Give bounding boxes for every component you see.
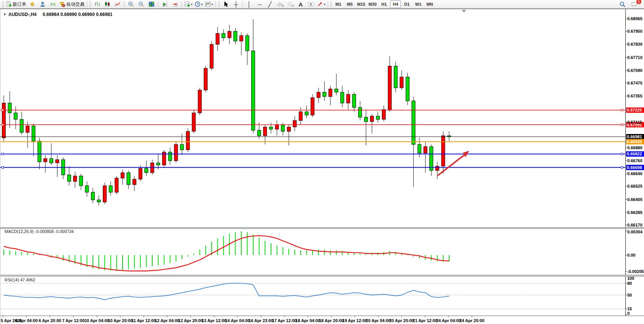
hline-handle[interactable] <box>621 166 623 168</box>
time-axis-label: 16 Apr 23:00 <box>249 318 273 323</box>
hline-handle[interactable] <box>2 153 4 155</box>
timeframe-button-m5[interactable]: M5 <box>344 0 355 8</box>
fibonacci-tool-button[interactable]: F <box>285 0 295 8</box>
time-axis-label: 10 Apr 20:00 <box>108 318 132 323</box>
timeframe-button-m15[interactable]: M15 <box>356 0 367 8</box>
main-toolbar: 新订单 自动交易 <box>0 0 644 9</box>
tile-windows-icon <box>148 1 155 7</box>
separator <box>328 1 328 8</box>
dropdown-caret-icon: ▾ <box>201 3 202 6</box>
trendline-tool-button[interactable]: ╱ <box>265 0 275 8</box>
label-tool-icon: T <box>308 1 314 7</box>
candle <box>163 150 166 168</box>
label-tool-button[interactable]: T <box>306 0 316 8</box>
periods-button[interactable]: ▾ <box>194 0 204 8</box>
candle <box>394 62 397 92</box>
signal-icon <box>50 1 56 7</box>
time-axis-label: 13 Apr 12:00 <box>202 318 226 323</box>
cursor-icon <box>223 1 229 7</box>
time-axis-label: 24 Apr 20:00 <box>459 318 484 323</box>
channel-tool-button[interactable]: E <box>275 0 285 8</box>
search-button[interactable] <box>617 0 627 8</box>
text-tool-icon: A <box>299 2 303 7</box>
text-tool-button[interactable]: A <box>296 0 306 8</box>
time-axis-label: 17 Apr 12:00 <box>272 318 297 323</box>
hline-handle[interactable] <box>621 124 623 126</box>
new-order-button[interactable]: 新订单 <box>5 0 27 8</box>
candlestick-icon <box>104 1 110 7</box>
hline-handle[interactable] <box>2 166 4 168</box>
templates-icon <box>205 1 211 7</box>
vertical-line-icon: │ <box>247 2 251 7</box>
notifications-button[interactable]: 1 <box>630 0 639 8</box>
auto-trading-button[interactable]: 自动交易 <box>58 0 85 8</box>
time-axis-label: 19 Apr 12:00 <box>342 318 367 323</box>
separator <box>158 1 158 8</box>
timeframe-button-m30[interactable]: M30 <box>367 0 378 8</box>
zoom-out-button[interactable] <box>136 0 146 8</box>
auto-scroll-button[interactable] <box>160 0 170 8</box>
gold-button[interactable] <box>27 0 37 8</box>
candle <box>311 94 314 117</box>
chart-shift-button[interactable] <box>170 0 180 8</box>
time-axis-label: 18 Apr 04:00 <box>295 318 320 323</box>
timeframe-button-w1[interactable]: W1 <box>413 0 424 8</box>
crosshair-icon: ┼ <box>234 2 238 7</box>
dropdown-caret-icon: ▾ <box>191 3 192 6</box>
chart-background <box>0 9 644 324</box>
tile-windows-button[interactable] <box>147 0 156 8</box>
timeframe-button-m1[interactable]: M1 <box>333 0 344 8</box>
svg-text:T: T <box>310 3 312 6</box>
svg-text:E: E <box>282 5 284 7</box>
horizontal-line-tool-button[interactable]: ─ <box>255 0 265 8</box>
vertical-line-tool-button[interactable]: │ <box>244 0 254 8</box>
time-axis-label: 12 Apr 04:00 <box>155 318 180 323</box>
community-button[interactable] <box>38 0 48 8</box>
timeframe-button-h4[interactable]: H4 <box>390 0 401 8</box>
toolbar-grip[interactable] <box>2 1 4 8</box>
candlestick-mode-button[interactable] <box>102 0 112 8</box>
separator <box>87 1 87 8</box>
timeframe-button-d1[interactable]: D1 <box>402 0 412 8</box>
candle <box>192 110 196 134</box>
toolbar-grip[interactable] <box>218 1 220 8</box>
rsi-axis-tick: 50 <box>627 293 632 297</box>
chart-area[interactable]: 0.672250.670910.669810.669350.668220.666… <box>0 9 644 324</box>
fibonacci-icon: F <box>287 1 294 7</box>
rsi-axis-tick: 100 <box>627 276 634 281</box>
toolbar-grip[interactable] <box>330 1 332 8</box>
price-axis-tick: 0.66760 <box>627 158 642 163</box>
equidistant-channel-icon: E <box>277 1 284 7</box>
signal-button[interactable] <box>48 0 58 8</box>
templates-button[interactable]: ▾ <box>204 0 214 8</box>
indicators-icon <box>184 1 190 7</box>
price-axis-tick: 0.66405 <box>627 197 642 202</box>
toolbar-grip[interactable] <box>89 1 91 8</box>
new-order-label: 新订单 <box>13 1 26 8</box>
community-icon <box>40 1 46 7</box>
price-axis-tick: 0.66170 <box>627 223 642 227</box>
bar-chart-icon <box>94 1 100 7</box>
arrows-tool-button[interactable]: ▾ <box>316 0 326 8</box>
time-axis-label: 18 Apr 20:00 <box>319 318 344 323</box>
zoom-in-button[interactable] <box>126 0 136 8</box>
price-axis-tick: 0.66525 <box>627 184 642 188</box>
macd-axis-tick: 0.00304 <box>627 230 643 234</box>
symbol-collapse-icon[interactable]: ▼ <box>3 13 6 16</box>
price-axis-tick: 0.67950 <box>627 29 642 34</box>
indicators-button[interactable]: ▾ <box>183 0 193 8</box>
crosshair-tool-button[interactable]: ┼ <box>231 0 241 8</box>
dropdown-caret-icon: ▾ <box>324 3 325 6</box>
hline-handle[interactable] <box>621 153 623 155</box>
bar-chart-mode-button[interactable] <box>92 0 102 8</box>
time-axis-label: 11 Apr 12:00 <box>131 318 156 323</box>
chart-title: AUDUSD-,H4 <box>8 12 37 17</box>
hline-handle[interactable] <box>2 124 4 126</box>
time-axis-label: 7 Apr 12:00 <box>62 318 84 323</box>
line-chart-mode-button[interactable] <box>113 0 123 8</box>
timeframe-button-h1[interactable]: H1 <box>379 0 389 8</box>
timeframe-button-mn[interactable]: MN <box>424 0 435 8</box>
cursor-tool-button[interactable] <box>221 0 231 8</box>
hline-handle[interactable] <box>2 109 4 111</box>
hline-handle[interactable] <box>621 109 623 111</box>
